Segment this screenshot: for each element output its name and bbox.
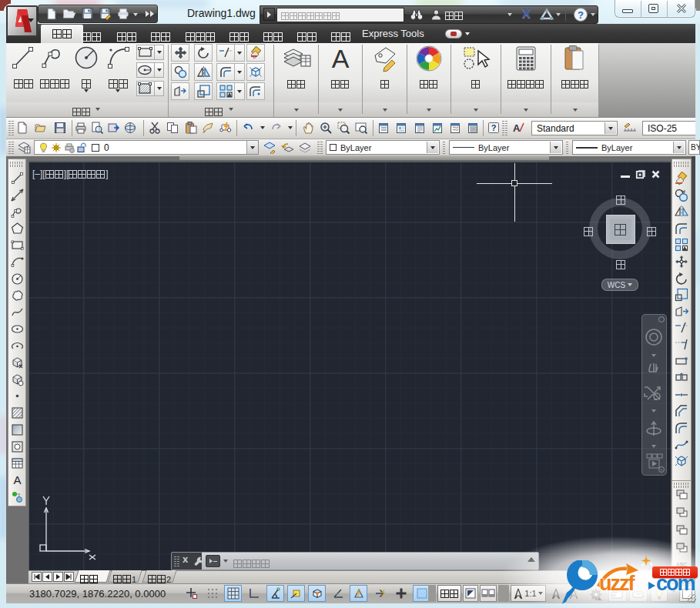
svg-text:?: ?: [491, 123, 497, 132]
svg-text:?: ?: [578, 9, 584, 21]
svg-text:A: A: [513, 122, 521, 134]
svg-text:A: A: [13, 473, 21, 486]
svg-text:A: A: [332, 45, 350, 72]
